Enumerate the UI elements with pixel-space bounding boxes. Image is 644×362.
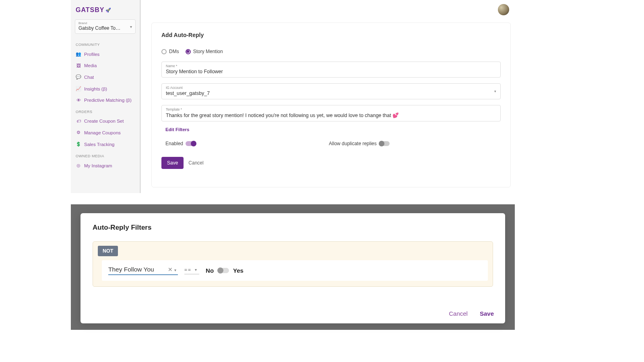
my-instagram-icon: ◎	[76, 163, 81, 168]
operator-dropdown[interactable]: == ▾	[184, 267, 199, 274]
sidebar-item-manage-coupons[interactable]: ⚙Manage Coupons	[71, 127, 140, 138]
sidebar-item-label: Profiles	[84, 52, 99, 57]
brand-label: Brand	[78, 21, 132, 25]
rocket-icon: 🚀	[105, 8, 111, 13]
reply-type-radios: DMs Story Mention	[161, 49, 501, 54]
duplicates-toggle[interactable]	[379, 141, 390, 146]
enabled-toggle[interactable]	[186, 141, 196, 146]
filter-group: NOT They Follow You ✕ ▾ == ▾ No Yes	[93, 241, 493, 287]
section-header: COMMUNITY	[71, 41, 140, 48]
main-card: Add Auto-Reply DMs Story Mention Name * …	[151, 23, 511, 187]
template-field[interactable]: Template * Thanks for the great story me…	[161, 105, 501, 121]
sidebar-item-create-coupon[interactable]: 🏷Create Coupon Set	[71, 115, 140, 127]
page-title: Add Auto-Reply	[161, 32, 501, 38]
sidebar-item-label: Sales Tracking	[84, 142, 114, 147]
radio-icon	[161, 49, 167, 54]
insights-icon: 📈	[76, 86, 81, 91]
modal-title: Auto-Reply Filters	[93, 224, 493, 232]
sidebar-item-label: Predictive Matching (β)	[84, 98, 132, 103]
clear-icon[interactable]: ✕	[168, 266, 173, 273]
radio-icon-selected	[186, 49, 191, 54]
logo: GATSBY🚀	[71, 5, 140, 15]
sidebar-item-media[interactable]: 🖼Media	[71, 60, 140, 71]
sidebar-item-predictive[interactable]: 👁Predictive Matching (β)	[71, 95, 140, 106]
sidebar-item-label: Manage Coupons	[84, 130, 121, 135]
value-yes-label: Yes	[233, 267, 244, 274]
brand-value: Gatsby Coffee To…	[78, 25, 132, 31]
radio-dms[interactable]: DMs	[161, 49, 179, 54]
sidebar-item-insights[interactable]: 📈Insights (β)	[71, 83, 140, 95]
sidebar-item-my-instagram[interactable]: ◎My Instagram	[71, 160, 140, 171]
sidebar-item-label: Insights (β)	[84, 86, 107, 91]
chevron-down-icon: ▾	[130, 25, 132, 29]
condition-row: They Follow You ✕ ▾ == ▾ No Yes	[102, 260, 488, 281]
ig-account-field[interactable]: IG Account test_user_gatsby_7 ▾	[161, 83, 501, 99]
sidebar-item-chat[interactable]: 💬Chat	[71, 71, 140, 83]
sidebar-item-sales-tracking[interactable]: 💲Sales Tracking	[71, 138, 140, 150]
modal-cancel-button[interactable]: Cancel	[449, 310, 468, 317]
media-icon: 🖼	[76, 63, 81, 68]
filters-modal: Auto-Reply Filters NOT They Follow You ✕…	[80, 213, 505, 323]
sidebar: GATSBY🚀 Brand Gatsby Coffee To… ▾ COMMUN…	[71, 0, 141, 193]
enabled-label: Enabled	[165, 141, 183, 146]
section-header: OWNED MEDIA	[71, 152, 140, 160]
chevron-down-icon: ▾	[195, 267, 198, 272]
modal-backdrop: Auto-Reply Filters NOT They Follow You ✕…	[71, 204, 515, 330]
create-coupon-icon: 🏷	[76, 119, 81, 123]
condition-field-dropdown[interactable]: They Follow You ✕ ▾	[108, 266, 178, 275]
sidebar-item-label: Media	[84, 63, 97, 68]
duplicates-label: Allow duplicate replies	[329, 141, 377, 146]
manage-coupons-icon: ⚙	[76, 130, 81, 135]
profiles-icon: 👥	[76, 51, 81, 57]
edit-filters-link[interactable]: Edit Filters	[165, 127, 501, 132]
not-badge[interactable]: NOT	[98, 246, 118, 256]
chevron-down-icon: ▾	[174, 268, 176, 272]
brand-selector[interactable]: Brand Gatsby Coffee To… ▾	[75, 19, 136, 34]
modal-save-button[interactable]: Save	[480, 310, 494, 317]
cancel-button[interactable]: Cancel	[188, 160, 203, 166]
save-button[interactable]: Save	[161, 157, 184, 169]
sidebar-item-label: Chat	[84, 75, 94, 80]
predictive-icon: 👁	[76, 98, 81, 103]
value-no-label: No	[206, 267, 214, 274]
radio-story-mention[interactable]: Story Mention	[186, 49, 223, 54]
avatar[interactable]	[498, 4, 509, 15]
section-header: ORDERS	[71, 108, 140, 115]
chevron-down-icon: ▾	[494, 89, 496, 93]
name-field[interactable]: Name * Story Mention to Follower	[161, 62, 501, 78]
chat-icon: 💬	[76, 74, 81, 80]
sales-tracking-icon: 💲	[76, 142, 81, 147]
value-toggle[interactable]	[218, 268, 229, 273]
sidebar-item-label: My Instagram	[84, 163, 112, 168]
sidebar-item-profiles[interactable]: 👥Profiles	[71, 48, 140, 60]
sidebar-item-label: Create Coupon Set	[84, 119, 124, 123]
